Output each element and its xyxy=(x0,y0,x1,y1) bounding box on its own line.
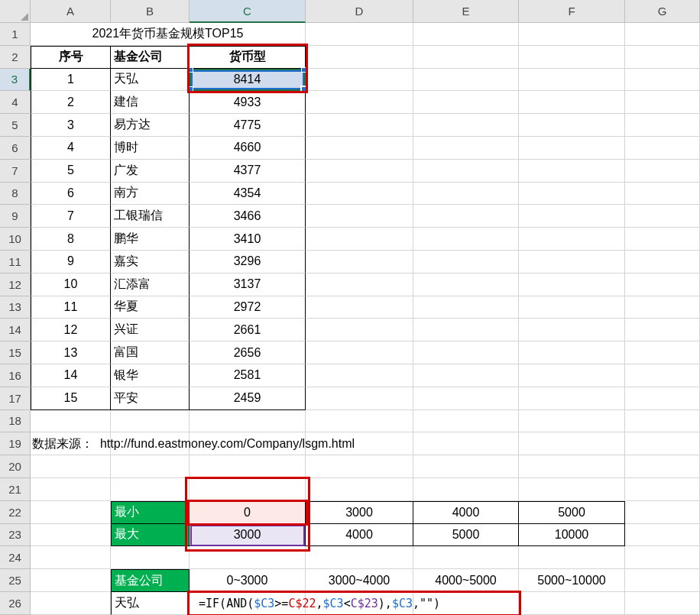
cell-G21[interactable] xyxy=(625,478,700,501)
cell-E20[interactable] xyxy=(413,455,519,478)
cell-A13[interactable]: 11 xyxy=(31,296,111,319)
row-header-17[interactable]: 17 xyxy=(0,387,31,410)
cell-F20[interactable] xyxy=(519,455,625,478)
cell-E24[interactable] xyxy=(413,546,519,569)
cell-G4[interactable] xyxy=(625,91,700,114)
cell-G6[interactable] xyxy=(625,137,700,160)
cell-D3[interactable] xyxy=(306,69,413,92)
col-header-A[interactable]: A xyxy=(31,0,111,23)
col-header-C[interactable]: C xyxy=(190,0,306,23)
cell-G20[interactable] xyxy=(625,455,700,478)
cell-B23[interactable]: 最大 xyxy=(111,524,190,547)
cell-C21[interactable] xyxy=(190,478,306,501)
cell-C16[interactable]: 2581 xyxy=(190,364,306,387)
row-header-9[interactable]: 9 xyxy=(0,205,31,228)
cell-B13[interactable]: 华夏 xyxy=(111,296,190,319)
cell-E2[interactable] xyxy=(413,46,519,69)
cell-G19[interactable] xyxy=(625,432,700,455)
cell-A4[interactable]: 2 xyxy=(31,91,111,114)
cell-G10[interactable] xyxy=(625,228,700,251)
cell-A14[interactable]: 12 xyxy=(31,319,111,341)
cell-A12[interactable]: 10 xyxy=(31,274,111,296)
row-header-24[interactable]: 24 xyxy=(0,546,31,569)
cell-C14[interactable]: 2661 xyxy=(190,319,306,341)
row-header-4[interactable]: 4 xyxy=(0,91,31,114)
cell-F19[interactable] xyxy=(519,432,625,455)
row-header-8[interactable]: 8 xyxy=(0,183,31,206)
cell-E16[interactable] xyxy=(413,364,519,387)
cell-F14[interactable] xyxy=(519,319,625,341)
cell-A5[interactable]: 3 xyxy=(31,114,111,137)
cell-F23[interactable]: 10000 xyxy=(519,524,625,547)
cell-A17[interactable]: 15 xyxy=(31,387,111,410)
row-header-6[interactable]: 6 xyxy=(0,137,31,160)
cell-F21[interactable] xyxy=(519,478,625,501)
row-header-1[interactable]: 1 xyxy=(0,23,31,46)
cell-B2[interactable]: 基金公司 xyxy=(111,46,190,69)
cell-B21[interactable] xyxy=(111,478,190,501)
cell-A26[interactable] xyxy=(31,592,111,615)
cell-E12[interactable] xyxy=(413,274,519,296)
select-all-corner[interactable] xyxy=(0,0,31,23)
cell-C15[interactable]: 2656 xyxy=(190,341,306,364)
cell-G3[interactable] xyxy=(625,69,700,92)
cell-B4[interactable]: 建信 xyxy=(111,91,190,114)
row-header-25[interactable]: 25 xyxy=(0,569,31,592)
cell-E17[interactable] xyxy=(413,387,519,410)
cell-D9[interactable] xyxy=(306,205,413,228)
cell-B10[interactable]: 鹏华 xyxy=(111,228,190,251)
cell-F6[interactable] xyxy=(519,137,625,160)
cell-F12[interactable] xyxy=(519,274,625,296)
cell-A2[interactable]: 序号 xyxy=(31,46,111,69)
cell-D16[interactable] xyxy=(306,364,413,387)
cell-G25[interactable] xyxy=(625,569,700,592)
cell-C2[interactable]: 货币型 xyxy=(190,46,306,69)
cell-F13[interactable] xyxy=(519,296,625,319)
cell-D23[interactable]: 4000 xyxy=(306,524,413,547)
cell-C6[interactable]: 4660 xyxy=(190,137,306,160)
cell-C11[interactable]: 3296 xyxy=(190,251,306,274)
cell-D21[interactable] xyxy=(306,478,413,501)
cell-B22[interactable]: 最小 xyxy=(111,501,190,524)
cell-E21[interactable] xyxy=(413,478,519,501)
col-header-B[interactable]: B xyxy=(111,0,190,23)
cell-A3[interactable]: 1 xyxy=(31,69,111,92)
row-header-16[interactable]: 16 xyxy=(0,364,31,387)
cell-C25[interactable]: 0~3000 xyxy=(190,569,306,592)
row-header-20[interactable]: 20 xyxy=(0,455,31,478)
cell-A7[interactable]: 5 xyxy=(31,160,111,183)
cell-B8[interactable]: 南方 xyxy=(111,183,190,206)
cell-D24[interactable] xyxy=(306,546,413,569)
cell-E18[interactable] xyxy=(413,410,519,433)
row-header-2[interactable]: 2 xyxy=(0,46,31,69)
row-header-23[interactable]: 23 xyxy=(0,524,31,547)
cell-G8[interactable] xyxy=(625,183,700,206)
cell-F11[interactable] xyxy=(519,251,625,274)
cell-B12[interactable]: 汇添富 xyxy=(111,274,190,296)
cell-D22[interactable]: 3000 xyxy=(306,501,413,524)
cell-G23[interactable] xyxy=(625,524,700,547)
cell-G7[interactable] xyxy=(625,160,700,183)
cell-C3[interactable]: 8414 xyxy=(190,69,306,92)
col-header-E[interactable]: E xyxy=(413,0,519,23)
cell-E7[interactable] xyxy=(413,160,519,183)
cell-F24[interactable] xyxy=(519,546,625,569)
cell-D2[interactable] xyxy=(306,46,413,69)
cell-E9[interactable] xyxy=(413,205,519,228)
row-header-21[interactable]: 21 xyxy=(0,478,31,501)
cell-G14[interactable] xyxy=(625,319,700,341)
cells-area[interactable]: 2021年货币基金规模TOP15序号基金公司货币型1天弘84142建信49333… xyxy=(31,23,700,615)
cell-E10[interactable] xyxy=(413,228,519,251)
col-header-G[interactable]: G xyxy=(625,0,700,23)
cell-E13[interactable] xyxy=(413,296,519,319)
cell-D10[interactable] xyxy=(306,228,413,251)
cell-C13[interactable]: 2972 xyxy=(190,296,306,319)
cell-D11[interactable] xyxy=(306,251,413,274)
cell-G12[interactable] xyxy=(625,274,700,296)
cell-F7[interactable] xyxy=(519,160,625,183)
cell-A25[interactable] xyxy=(31,569,111,592)
cell-D5[interactable] xyxy=(306,114,413,137)
cell-C24[interactable] xyxy=(190,546,306,569)
cell-A16[interactable]: 14 xyxy=(31,364,111,387)
cell-E19[interactable] xyxy=(413,432,519,455)
